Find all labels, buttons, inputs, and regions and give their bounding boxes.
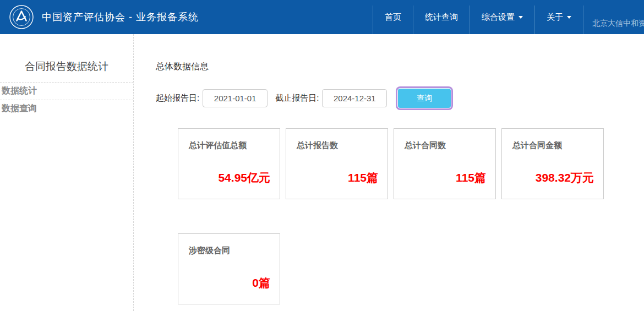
stat-cards-row-1: 总计评估值总额 54.95亿元 总计报告数 115篇 总计合同数 115篇 总计… xyxy=(178,128,644,199)
nav-item-label: 首页 xyxy=(385,12,401,23)
sidebar-heading: 合同报告数据统计 xyxy=(0,59,133,83)
chevron-down-icon xyxy=(519,16,523,19)
start-date-label: 起始报告日: xyxy=(156,93,199,103)
chevron-down-icon xyxy=(567,16,571,19)
stat-card-total-contract-amount: 总计合同金额 398.32万元 xyxy=(501,128,604,199)
stat-card-title: 涉密级合同 xyxy=(189,245,230,256)
stat-card-title: 总计评估值总额 xyxy=(189,140,247,151)
stat-card-value: 115篇 xyxy=(456,170,486,185)
stat-card-classified-contracts: 涉密级合同 0篇 xyxy=(178,233,280,304)
stat-card-total-reports: 总计报告数 115篇 xyxy=(286,128,388,199)
stat-card-value: 54.95亿元 xyxy=(218,170,270,185)
nav-item-label: 关于 xyxy=(547,12,563,23)
page-title: 总体数据信息 xyxy=(156,61,644,73)
stat-card-total-contracts: 总计合同数 115篇 xyxy=(394,128,496,199)
stat-card-value: 0篇 xyxy=(252,275,270,291)
stat-card-title: 总计报告数 xyxy=(297,140,338,151)
nav-item-home[interactable]: 首页 xyxy=(373,0,413,34)
logged-in-company-name: 北京大信中和资 xyxy=(583,0,644,34)
stat-card-value: 398.32万元 xyxy=(536,170,594,185)
main-content: 总体数据信息 起始报告日: 截止报告日: 查询 总计评估值总额 54.95亿元 … xyxy=(156,34,644,311)
nav-item-about[interactable]: 关于 xyxy=(535,0,583,34)
brand: 中国资产评估协会 - 业务报备系统 xyxy=(9,0,199,34)
nav-item-label: 综合设置 xyxy=(482,12,515,23)
end-date-label: 截止报告日: xyxy=(275,93,319,103)
start-date-input[interactable] xyxy=(203,89,268,107)
sidebar-item-data-query[interactable]: 数据查询 xyxy=(0,100,133,117)
nav-spacer xyxy=(199,0,373,34)
stat-cards-row-2: 涉密级合同 0篇 xyxy=(178,233,644,304)
stat-card-title: 总计合同金额 xyxy=(512,140,562,151)
nav-item-label: 统计查询 xyxy=(425,12,458,23)
sidebar: 合同报告数据统计 数据统计 数据查询 xyxy=(0,34,134,311)
stat-card-value: 115篇 xyxy=(348,170,378,185)
stat-card-total-appraisal-value: 总计评估值总额 54.95亿元 xyxy=(178,128,280,199)
top-navbar: 中国资产评估协会 - 业务报备系统 首页 统计查询 综合设置 关于 北京大信中和… xyxy=(0,0,644,34)
app-title: 中国资产评估协会 - 业务报备系统 xyxy=(42,10,199,24)
nav-item-statistics-query[interactable]: 统计查询 xyxy=(413,0,470,34)
stat-card-title: 总计合同数 xyxy=(405,140,446,151)
end-date-input[interactable] xyxy=(322,89,387,107)
association-logo-icon xyxy=(9,4,34,30)
query-button[interactable]: 查询 xyxy=(398,89,451,108)
sidebar-item-data-statistics[interactable]: 数据统计 xyxy=(0,83,133,100)
nav-item-settings[interactable]: 综合设置 xyxy=(470,0,534,34)
stat-cards: 总计评估值总额 54.95亿元 总计报告数 115篇 总计合同数 115篇 总计… xyxy=(178,128,644,304)
date-filter-form: 起始报告日: 截止报告日: 查询 xyxy=(156,89,644,108)
